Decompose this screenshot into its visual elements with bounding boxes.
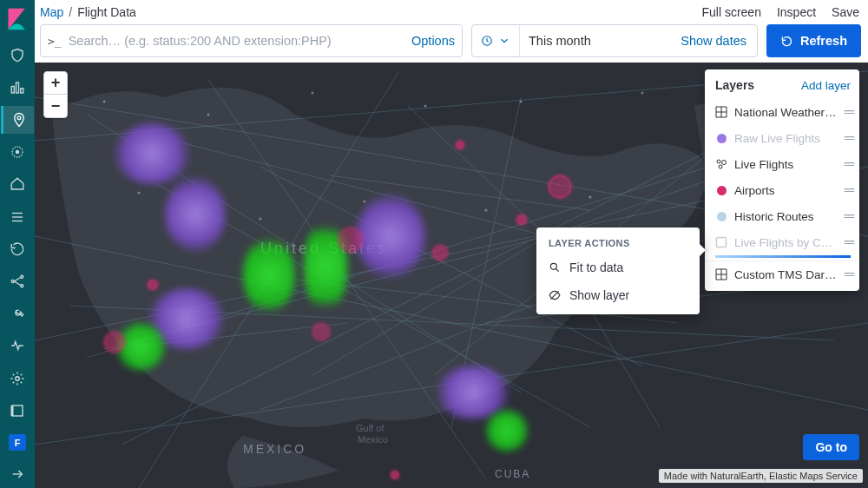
main: Map / Flight Data Full screen Inspect Sa…: [35, 0, 868, 488]
breadcrumb-root[interactable]: Map: [40, 5, 63, 19]
zoom-out-button[interactable]: −: [44, 95, 67, 117]
svg-rect-15: [12, 406, 23, 416]
layer-row-airports[interactable]: Airports ═: [705, 177, 859, 203]
grid-icon: [715, 268, 727, 280]
svg-point-47: [207, 114, 210, 116]
radar-blob: [356, 193, 425, 280]
airport-marker[interactable]: [516, 214, 527, 225]
radar-blob: [243, 236, 295, 314]
airport-marker[interactable]: [104, 332, 125, 353]
svg-point-48: [312, 92, 314, 95]
svg-line-81: [556, 269, 559, 272]
nav-item-maps[interactable]: [1, 106, 34, 133]
layer-row-custom-tms-dark-mode[interactable]: Custom TMS Dark Mode ═: [705, 260, 859, 287]
svg-point-71: [722, 161, 727, 165]
airport-marker[interactable]: [312, 323, 330, 340]
svg-rect-73: [717, 238, 727, 247]
sidebar: F: [0, 0, 35, 488]
svg-point-53: [138, 192, 141, 195]
kibana-logo[interactable]: [5, 7, 30, 31]
svg-point-55: [364, 201, 366, 203]
layer-row-live-flights[interactable]: Live Flights ═: [705, 151, 859, 177]
nav-item-crosshair[interactable]: [1, 139, 34, 166]
time-quick-button[interactable]: [472, 25, 520, 56]
svg-point-70: [717, 160, 720, 163]
prompt-icon: >_: [48, 35, 62, 48]
airport-marker[interactable]: [432, 245, 448, 260]
airport-marker[interactable]: [456, 141, 464, 149]
layer-row-national-weather-service[interactable]: National Weather Service ═: [705, 99, 859, 125]
refresh-button[interactable]: Refresh: [766, 24, 861, 57]
fullscreen-button[interactable]: Full screen: [701, 5, 760, 19]
layer-gradient: [715, 255, 851, 258]
drag-handle-icon[interactable]: ═: [845, 104, 852, 120]
nav-item-list[interactable]: [1, 203, 34, 230]
grid-icon: [715, 106, 727, 118]
fit-to-data-action[interactable]: Fit to data: [536, 254, 700, 281]
layer-row-raw-live-flights[interactable]: Raw Live Flights ═: [705, 125, 859, 151]
search-bar[interactable]: >_ Options: [40, 24, 463, 57]
svg-point-11: [21, 285, 23, 287]
drag-handle-icon[interactable]: ═: [845, 130, 852, 146]
radar-blob: [486, 410, 528, 452]
svg-point-14: [16, 376, 20, 380]
svg-point-9: [11, 280, 14, 283]
svg-point-5: [16, 151, 19, 154]
svg-line-12: [14, 278, 21, 282]
airport-marker[interactable]: [391, 471, 399, 479]
svg-text:MEXICO: MEXICO: [243, 442, 306, 456]
svg-rect-1: [16, 82, 19, 93]
nav-item-gear[interactable]: [1, 365, 34, 392]
airport-marker[interactable]: [148, 280, 158, 290]
add-layer-button[interactable]: Add layer: [801, 79, 851, 92]
nav-item-shield[interactable]: [1, 42, 34, 69]
drag-handle-icon[interactable]: ═: [845, 234, 852, 250]
search-options-button[interactable]: Options: [411, 34, 455, 48]
layer-row-live-flights-by-country[interactable]: Live Flights by Country ═: [705, 229, 859, 255]
radar-blob: [117, 323, 165, 371]
goto-button[interactable]: Go to: [803, 434, 859, 460]
drag-handle-icon[interactable]: ═: [845, 208, 852, 224]
airport-marker[interactable]: [549, 175, 571, 198]
nav-item-wrench[interactable]: [1, 300, 34, 327]
show-layer-action[interactable]: Show layer: [536, 281, 700, 309]
drag-handle-icon[interactable]: ═: [845, 182, 852, 198]
search-input[interactable]: [69, 34, 411, 48]
sidebar-badge[interactable]: F: [9, 434, 26, 450]
nav-item-network[interactable]: [1, 267, 34, 294]
drag-handle-icon[interactable]: ═: [845, 267, 852, 282]
svg-text:Mexico: Mexico: [358, 434, 388, 445]
zoom-control: + −: [43, 71, 68, 118]
map-attribution: Made with NaturalEarth, Elastic Maps Ser…: [659, 469, 863, 483]
svg-point-50: [520, 101, 523, 103]
nav-item-activity[interactable]: [1, 333, 34, 359]
sidebar-collapse[interactable]: [1, 461, 34, 488]
map[interactable]: United States MEXICO Gulf of Mexico CUBA: [35, 63, 868, 488]
drag-handle-icon[interactable]: ═: [845, 156, 852, 172]
dot-icon: [715, 184, 727, 196]
nav-item-home[interactable]: [1, 171, 34, 198]
svg-point-51: [641, 92, 644, 95]
nav-item-refresh[interactable]: [1, 235, 34, 262]
nav-item-panel[interactable]: [1, 397, 34, 424]
save-button[interactable]: Save: [832, 5, 859, 19]
svg-point-72: [719, 165, 722, 168]
layers-panel: Layers Add layer National Weather Servic…: [705, 69, 859, 291]
zoom-in-button[interactable]: +: [44, 72, 67, 95]
layers-title: Layers: [715, 78, 754, 92]
inspect-button[interactable]: Inspect: [777, 5, 816, 19]
airport-marker[interactable]: [339, 228, 363, 252]
svg-point-57: [589, 196, 592, 199]
svg-point-3: [17, 116, 21, 120]
svg-rect-2: [21, 89, 23, 93]
show-dates-button[interactable]: Show dates: [670, 34, 757, 48]
svg-point-54: [260, 218, 262, 221]
radar-blob: [113, 123, 191, 184]
svg-point-46: [103, 101, 106, 103]
dot-icon: [715, 132, 727, 144]
nav-item-dashboard[interactable]: [1, 74, 34, 101]
breadcrumb: Map / Flight Data: [40, 5, 136, 19]
time-range[interactable]: This month: [520, 34, 670, 48]
time-picker[interactable]: This month Show dates: [471, 24, 758, 57]
layer-row-historic-routes[interactable]: Historic Routes ═: [705, 203, 859, 229]
